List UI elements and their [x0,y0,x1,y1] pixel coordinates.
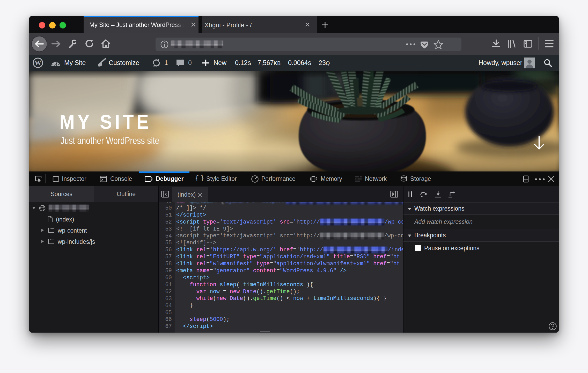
svg-text:W: W [35,59,41,67]
